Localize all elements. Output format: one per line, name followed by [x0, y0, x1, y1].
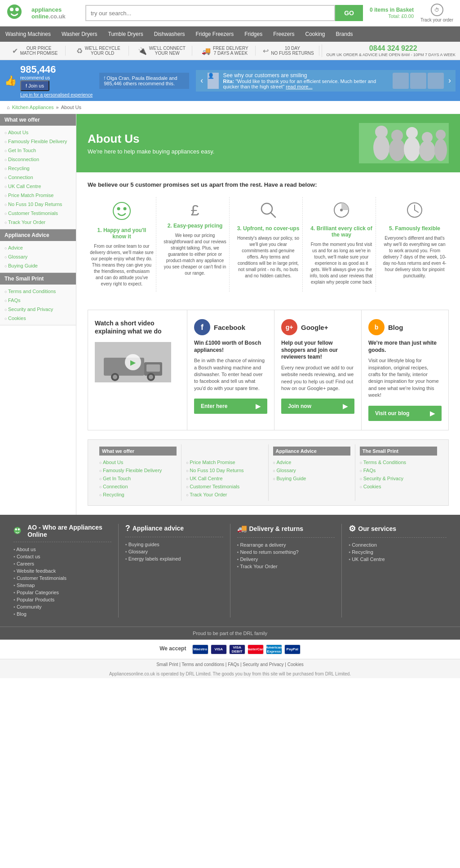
logo-text-online: online.co.uk	[31, 13, 66, 20]
big-footer-recyc[interactable]: Recycling	[352, 549, 373, 555]
nav-brands[interactable]: Brands	[331, 26, 358, 42]
footer-price-match[interactable]: Price Match Promise	[190, 460, 235, 465]
fb-join-button[interactable]: f Join us	[20, 80, 49, 91]
sidebar-glossary[interactable]: Glossary	[8, 254, 27, 259]
big-footer-uk-call[interactable]: UK Call Centre	[352, 557, 385, 562]
big-footer-conn[interactable]: Connection	[352, 542, 377, 548]
big-footer-about[interactable]: About us	[16, 547, 35, 552]
testimonial-prev[interactable]: ‹	[200, 76, 203, 85]
footer-buying-guide[interactable]: Buying Guide	[276, 476, 306, 481]
promise-brilliant-body: From the moment you first visit us and f…	[310, 241, 373, 285]
big-footer-return[interactable]: Need to return something?	[240, 549, 298, 555]
footer-recycling[interactable]: Recycling	[103, 492, 124, 497]
svg-point-27	[113, 375, 117, 379]
sidebar-connection[interactable]: Connection	[8, 175, 33, 180]
read-more-link[interactable]: read more...	[286, 84, 312, 89]
video-thumbnail[interactable]: ▶	[95, 342, 171, 382]
footer-glossary[interactable]: Glossary	[276, 468, 296, 473]
testimonial-content: Rita: "Would like to thank you for an ef…	[223, 79, 388, 89]
big-footer-blog[interactable]: Blog	[17, 611, 27, 617]
sidebar-flexible-delivery[interactable]: Famously Flexible Delivery	[8, 139, 67, 144]
big-footer-popular-cat[interactable]: Popular Categories	[17, 590, 59, 595]
clock-icon	[383, 202, 447, 222]
footer-uk-call[interactable]: UK Call Centre	[190, 476, 222, 481]
legal-security[interactable]: Security and Privacy	[243, 662, 283, 667]
facebook-enter-button[interactable]: Enter here ▶	[194, 399, 267, 414]
svg-point-0	[7, 4, 22, 19]
big-footer-sitemap[interactable]: Sitemap	[17, 583, 35, 588]
footer-connection[interactable]: Connection	[103, 484, 128, 489]
gplus-join-button[interactable]: Join now ▶	[281, 399, 354, 414]
blog-visit-button[interactable]: Visit our blog ▶	[368, 406, 442, 421]
connect-icon: 🔌	[138, 47, 147, 55]
sidebar-get-in-touch[interactable]: Get In Touch	[8, 148, 36, 153]
sidebar-no-fuss-returns[interactable]: No Fuss 10 Day Returns	[8, 202, 62, 207]
search-input[interactable]	[85, 5, 335, 21]
footer-terms[interactable]: Terms & Conditions	[363, 460, 406, 465]
big-footer-glossary[interactable]: Glossary	[128, 549, 148, 554]
nav-washing-machines[interactable]: Washing Machines	[0, 26, 56, 42]
sidebar-track-order[interactable]: Track Your Order	[8, 219, 45, 225]
play-button[interactable]: ▶	[125, 354, 141, 370]
video-panel: Watch a short video explaining what we d…	[88, 310, 187, 430]
big-footer-customer-test[interactable]: Customer Testimonials	[17, 575, 66, 581]
svg-point-29	[149, 375, 153, 379]
header: appliances online.co.uk GO 0 items in Ba…	[0, 0, 460, 101]
sidebar-price-match[interactable]: Price Match Promise	[8, 193, 53, 198]
big-footer-rearrange[interactable]: Rearrange a delivery	[240, 542, 286, 548]
sidebar-customer-testimonials[interactable]: Customer Testimonials	[8, 210, 58, 216]
footer-security[interactable]: Security & Privacy	[363, 476, 403, 481]
big-footer-careers[interactable]: Careers	[17, 561, 34, 566]
sidebar-buying-guide[interactable]: Buying Guide	[8, 263, 38, 268]
sidebar-cookies[interactable]: Cookies	[8, 316, 26, 321]
testimonial-next[interactable]: ›	[448, 76, 451, 85]
footer-faqs[interactable]: FAQs	[363, 468, 376, 473]
nav-tumble-dryers[interactable]: Tumble Dryers	[103, 26, 149, 42]
login-link[interactable]: Log in for a personalised experience	[20, 92, 93, 97]
track-order-label[interactable]: Track your order	[420, 18, 453, 22]
sidebar-uk-call-centre[interactable]: UK Call Centre	[8, 184, 41, 189]
big-footer-track[interactable]: Track Your Order	[240, 564, 277, 569]
footer-track[interactable]: Track Your Order	[190, 492, 227, 497]
sidebar-terms[interactable]: Terms and Conditions	[8, 289, 56, 294]
nav-fridge-freezers[interactable]: Fridge Freezers	[190, 26, 239, 42]
site-logo[interactable]: appliances online.co.uk	[7, 4, 79, 22]
basket-link[interactable]: 0 items in Basket	[370, 7, 414, 13]
big-footer-community[interactable]: Community	[17, 604, 42, 609]
svg-point-32	[15, 528, 17, 530]
breadcrumb-kitchen[interactable]: Kitchen Appliances	[12, 105, 54, 110]
footer-cookies[interactable]: Cookies	[363, 484, 381, 489]
nav-fridges[interactable]: Fridges	[239, 26, 268, 42]
sidebar-security-privacy[interactable]: Security and Privacy	[8, 307, 53, 312]
search-button[interactable]: GO	[335, 5, 363, 21]
sidebar-about-us[interactable]: About Us	[8, 130, 28, 135]
big-footer-buying[interactable]: Buying guides	[128, 542, 159, 547]
footer-testimonials[interactable]: Customer Testimonials	[190, 484, 239, 489]
big-footer-popular-prod[interactable]: Popular Products	[17, 597, 54, 602]
sidebar-advice[interactable]: Advice	[8, 245, 23, 250]
big-footer-delivery[interactable]: Delivery	[240, 557, 258, 562]
nav-freezers[interactable]: Freezers	[268, 26, 300, 42]
big-footer-feedback[interactable]: Website feedback	[17, 568, 56, 574]
nav-cooking[interactable]: Cooking	[300, 26, 331, 42]
testimonial-avatar: 👤	[208, 73, 218, 89]
footer-no-fuss[interactable]: No Fuss 10 Day Returns	[190, 468, 243, 473]
sidebar-faqs[interactable]: FAQs	[8, 298, 21, 303]
promise-upfront: 3. Upfront, no cover-ups Honesty's alway…	[234, 197, 303, 292]
legal-faqs[interactable]: FAQs	[228, 662, 239, 667]
sidebar-disconnection[interactable]: Disconnection	[8, 157, 39, 162]
nav-washer-dryers[interactable]: Washer Dryers	[56, 26, 103, 42]
footer-flexible-delivery[interactable]: Famously Flexible Delivery	[103, 468, 162, 473]
big-footer-energy[interactable]: Energy labels explained	[128, 556, 181, 561]
footer-get-in-touch[interactable]: Get In Touch	[103, 476, 131, 481]
legal-terms[interactable]: Terms and conditions	[182, 662, 225, 667]
sidebar-recycling[interactable]: Recycling	[8, 166, 30, 171]
big-footer-contact[interactable]: Contact us	[17, 554, 40, 559]
footer-advice[interactable]: Advice	[276, 460, 291, 465]
legal-cookies[interactable]: Cookies	[288, 662, 304, 667]
drl-bar: Proud to be part of the DRL family	[0, 627, 460, 640]
footer-about-us[interactable]: About Us	[103, 460, 123, 465]
nav-dishwashers[interactable]: Dishwashers	[149, 26, 190, 42]
legal-small-print[interactable]: Small Print	[156, 662, 178, 667]
sidebar-what-we-offer: What we offer About Us Famously Flexible…	[0, 114, 76, 229]
